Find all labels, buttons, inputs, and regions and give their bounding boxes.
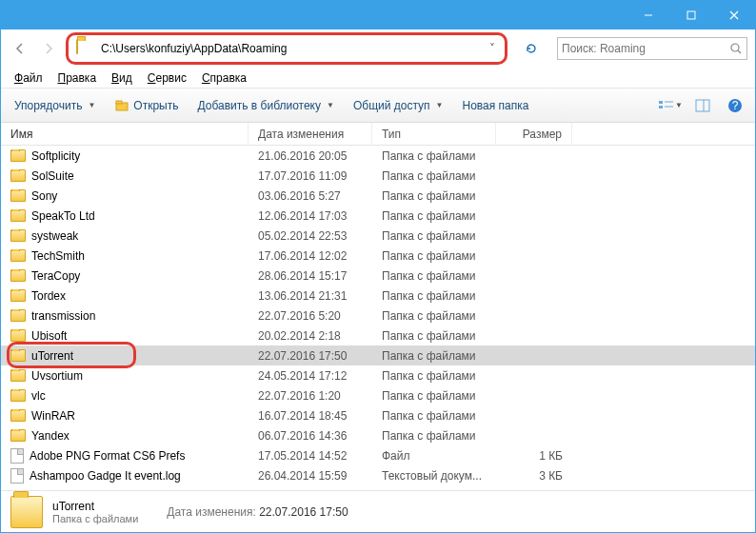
minimize-button[interactable] [627, 1, 669, 30]
file-type: Папка с файлами [372, 229, 496, 243]
forward-button[interactable] [37, 37, 60, 60]
close-button[interactable] [712, 1, 755, 30]
file-row[interactable]: systweak05.02.2014 22:53Папка с файлами [1, 226, 755, 246]
search-input[interactable] [562, 42, 729, 55]
file-row[interactable]: TechSmith17.06.2014 12:02Папка с файлами [1, 246, 755, 266]
status-date: Дата изменения: 22.07.2016 17:50 [167, 505, 348, 519]
file-row[interactable]: Ashampoo Gadge It event.log26.04.2014 15… [1, 465, 755, 485]
chevron-down-icon: ▼ [327, 101, 334, 109]
file-type: Папка с файлами [372, 269, 496, 283]
folder-icon [10, 289, 26, 302]
menu-help[interactable]: Справка [196, 69, 252, 87]
menu-edit[interactable]: Правка [52, 69, 103, 87]
address-bar-highlight: ˅ [66, 32, 507, 65]
header-type[interactable]: Тип [372, 123, 496, 145]
status-bar: uTorrent Папка с файлами Дата изменения:… [1, 490, 755, 532]
back-button[interactable] [9, 37, 31, 60]
organize-button[interactable]: Упорядочить▼ [9, 97, 101, 114]
file-row[interactable]: uTorrent22.07.2016 17:50Папка с файлами [1, 345, 755, 365]
file-icon [10, 468, 24, 484]
status-type: Папка с файлами [52, 513, 138, 524]
file-date: 22.07.2016 5:20 [249, 309, 372, 323]
file-row[interactable]: Tordex13.06.2014 21:31Папка с файлами [1, 286, 755, 306]
file-row[interactable]: SolSuite17.07.2016 11:09Папка с файлами [1, 166, 755, 186]
file-type: Папка с файлами [372, 209, 496, 223]
file-name: TechSmith [31, 249, 85, 263]
header-size[interactable]: Размер [496, 123, 572, 145]
file-date: 16.07.2014 18:45 [249, 409, 372, 423]
add-to-library-button[interactable]: Добавить в библиотеку▼ [191, 97, 339, 114]
file-name: systweak [31, 229, 78, 243]
refresh-button[interactable] [519, 36, 544, 61]
file-size: 3 КБ [496, 469, 572, 483]
chevron-down-icon: ▼ [436, 101, 444, 109]
file-row[interactable]: vlc22.07.2016 1:20Папка с файлами [1, 385, 755, 405]
address-dropdown[interactable]: ˅ [484, 42, 501, 55]
svg-rect-1 [687, 11, 695, 19]
file-name: Uvsortium [31, 369, 83, 383]
file-icon [10, 448, 24, 464]
file-list[interactable]: Softplicity21.06.2016 20:05Папка с файла… [1, 146, 755, 490]
status-name: uTorrent [52, 500, 138, 513]
folder-icon [10, 409, 26, 422]
file-name: Yandex [31, 429, 70, 443]
file-name: TeraCopy [31, 269, 80, 283]
folder-icon [10, 209, 26, 222]
menu-file[interactable]: Файл [9, 69, 49, 87]
chevron-down-icon: ▼ [88, 101, 95, 109]
menu-view[interactable]: Вид [106, 69, 138, 87]
preview-pane-button[interactable] [690, 95, 715, 116]
file-row[interactable]: WinRAR16.07.2014 18:45Папка с файлами [1, 405, 755, 425]
search-box[interactable] [557, 37, 747, 60]
folder-icon [10, 309, 26, 322]
titlebar [1, 1, 755, 30]
file-type: Папка с файлами [372, 169, 496, 183]
file-type: Папка с файлами [372, 149, 496, 163]
file-date: 17.06.2014 12:02 [249, 249, 372, 263]
file-name: SolSuite [31, 169, 74, 183]
folder-icon [10, 149, 26, 162]
file-row[interactable]: Softplicity21.06.2016 20:05Папка с файла… [1, 146, 755, 166]
file-row[interactable]: Uvsortium24.05.2014 17:12Папка с файлами [1, 365, 755, 385]
file-name: vlc [31, 389, 46, 403]
file-type: Папка с файлами [372, 249, 496, 263]
file-name: uTorrent [31, 349, 73, 363]
folder-icon [76, 40, 93, 57]
folder-icon [10, 189, 26, 202]
file-row[interactable]: transmission22.07.2016 5:20Папка с файла… [1, 306, 755, 326]
open-button[interactable]: Открыть [109, 96, 184, 115]
file-name: SpeakTo Ltd [31, 209, 95, 223]
file-row[interactable]: TeraCopy28.06.2014 15:17Папка с файлами [1, 266, 755, 286]
file-type: Папка с файлами [372, 329, 496, 343]
folder-icon [10, 389, 26, 402]
folder-icon [10, 349, 26, 362]
file-name: Softplicity [31, 149, 80, 163]
share-button[interactable]: Общий доступ▼ [348, 97, 449, 114]
header-date[interactable]: Дата изменения [249, 123, 372, 145]
file-date: 13.06.2014 21:31 [249, 289, 372, 303]
header-name[interactable]: Имя [1, 123, 249, 145]
file-date: 26.04.2014 15:59 [249, 469, 372, 483]
file-date: 22.07.2016 17:50 [249, 349, 372, 363]
file-name: Tordex [31, 289, 66, 303]
file-type: Папка с файлами [372, 389, 496, 403]
maximize-button[interactable] [669, 1, 712, 30]
file-type: Папка с файлами [372, 289, 496, 303]
svg-rect-12 [696, 100, 709, 111]
view-options-button[interactable]: ▼ [658, 95, 683, 116]
file-date: 21.06.2016 20:05 [249, 149, 372, 163]
help-button[interactable]: ? [723, 95, 747, 116]
file-row[interactable]: SpeakTo Ltd12.06.2014 17:03Папка с файла… [1, 206, 755, 226]
address-input[interactable] [97, 40, 484, 57]
file-row[interactable]: Adobe PNG Format CS6 Prefs17.05.2014 14:… [1, 445, 755, 465]
menu-bar: Файл Правка Вид Сервис Справка [1, 68, 755, 89]
toolbar: Упорядочить▼ Открыть Добавить в библиоте… [1, 89, 755, 123]
file-row[interactable]: Sony03.06.2016 5:27Папка с файлами [1, 186, 755, 206]
new-folder-button[interactable]: Новая папка [456, 97, 534, 114]
file-name: WinRAR [31, 409, 75, 423]
menu-service[interactable]: Сервис [142, 69, 192, 87]
file-row[interactable]: Yandex06.07.2016 14:36Папка с файлами [1, 425, 755, 445]
file-date: 03.06.2016 5:27 [249, 189, 372, 203]
explorer-window: ˅ Файл Правка Вид Сервис Справка Упорядо… [0, 0, 756, 533]
file-row[interactable]: Ubisoft20.02.2014 2:18Папка с файлами [1, 326, 755, 345]
